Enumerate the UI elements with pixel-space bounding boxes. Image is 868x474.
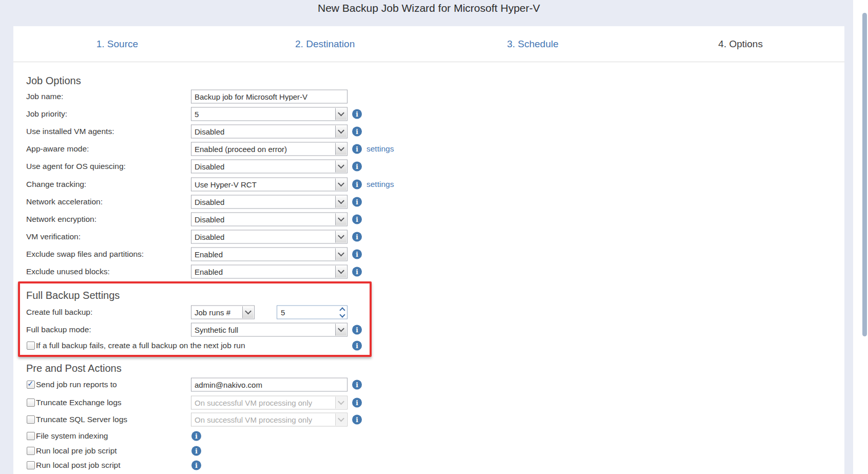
use-installed-vm-agents-select-dropdown-arrow-icon[interactable] bbox=[335, 126, 346, 138]
exclude-unused-blocks-select[interactable]: Enabled bbox=[191, 265, 348, 279]
create-full-backup-select[interactable]: Job runs # bbox=[191, 306, 255, 319]
run-local-pre-job-script-info-icon[interactable]: i bbox=[191, 446, 201, 456]
job-priority-label: Job priority: bbox=[26, 109, 67, 119]
full-backup-mode-info-icon[interactable]: i bbox=[352, 325, 362, 335]
job-priority-select-dropdown-arrow-icon[interactable] bbox=[335, 108, 346, 120]
job-options-heading: Job Options bbox=[26, 75, 81, 87]
full-backup-fail-checkbox[interactable] bbox=[27, 342, 35, 350]
exclude-swap-files-and-partitions-label: Exclude swap files and partitions: bbox=[26, 250, 144, 259]
truncate-exchange-logs-label: Truncate Exchange logs bbox=[36, 398, 122, 407]
chevron-down-icon bbox=[245, 308, 252, 315]
truncate-exchange-logs-select: On successful VM processing only bbox=[191, 396, 348, 410]
create-full-backup-select-dropdown-arrow-icon[interactable] bbox=[242, 307, 254, 318]
run-local-post-job-script-label: Run local post job script bbox=[36, 461, 121, 470]
step-tab-3-schedule[interactable]: 3. Schedule bbox=[429, 26, 637, 62]
app-aware-mode-settings-link[interactable]: settings bbox=[367, 144, 394, 154]
chevron-down-icon bbox=[338, 145, 344, 151]
wizard-panel: 1. Source2. Destination3. Schedule4. Opt… bbox=[13, 26, 844, 474]
chevron-down-icon bbox=[338, 326, 344, 332]
exclude-unused-blocks-select-value: Enabled bbox=[195, 268, 223, 276]
run-local-post-job-script-checkbox[interactable] bbox=[27, 461, 35, 469]
vm-verification-select-dropdown-arrow-icon[interactable] bbox=[335, 231, 346, 243]
app-aware-mode-info-icon[interactable]: i bbox=[352, 144, 362, 154]
send-job-run-reports-to-input[interactable] bbox=[191, 378, 348, 392]
change-tracking-select-dropdown-arrow-icon[interactable] bbox=[335, 179, 346, 191]
change-tracking-settings-link[interactable]: settings bbox=[367, 180, 394, 189]
full-backup-fail-info-icon[interactable]: i bbox=[352, 341, 362, 351]
full-backup-mode-select[interactable]: Synthetic full bbox=[191, 323, 348, 337]
full-backup-mode-select-dropdown-arrow-icon[interactable] bbox=[335, 324, 346, 336]
create-full-backup-count-input[interactable]: 5 bbox=[277, 306, 348, 319]
exclude-swap-files-and-partitions-info-icon[interactable]: i bbox=[352, 250, 362, 259]
step-tab-4-options[interactable]: 4. Options bbox=[636, 26, 844, 62]
app-aware-mode-select[interactable]: Enabled (proceed on error) bbox=[191, 142, 348, 156]
vm-verification-select-value: Disabled bbox=[195, 233, 224, 241]
file-system-indexing-info-icon[interactable]: i bbox=[191, 431, 201, 441]
truncate-exchange-logs-select-dropdown-arrow-icon bbox=[335, 397, 346, 409]
use-installed-vm-agents-select[interactable]: Disabled bbox=[191, 125, 348, 139]
chevron-down-icon bbox=[338, 268, 344, 274]
create-full-backup-select-value: Job runs # bbox=[195, 308, 230, 317]
create-full-backup-count-value: 5 bbox=[281, 308, 285, 317]
full-backup-settings-heading: Full Backup Settings bbox=[26, 290, 120, 301]
chevron-down-icon bbox=[338, 399, 344, 405]
truncate-sql-server-logs-select-value: On successful VM processing only bbox=[195, 415, 312, 424]
exclude-unused-blocks-select-dropdown-arrow-icon[interactable] bbox=[335, 266, 346, 278]
count-spinner[interactable] bbox=[340, 308, 344, 317]
exclude-unused-blocks-info-icon[interactable]: i bbox=[352, 267, 362, 277]
scrollbar-track[interactable] bbox=[853, 0, 868, 474]
file-system-indexing-label: File system indexing bbox=[36, 431, 108, 441]
job-priority-select[interactable]: 5 bbox=[191, 107, 348, 121]
spinner-down-icon[interactable] bbox=[339, 312, 345, 317]
network-encryption-select-dropdown-arrow-icon[interactable] bbox=[335, 214, 346, 225]
change-tracking-info-icon[interactable]: i bbox=[352, 180, 362, 189]
full-backup-mode-select-value: Synthetic full bbox=[195, 326, 238, 334]
send-job-run-reports-to-checkbox[interactable]: ✓ bbox=[27, 381, 35, 389]
exclude-swap-files-and-partitions-select-dropdown-arrow-icon[interactable] bbox=[335, 249, 346, 260]
use-agent-for-os-quiescing-select[interactable]: Disabled bbox=[191, 160, 348, 174]
vm-verification-label: VM verification: bbox=[26, 232, 81, 241]
network-acceleration-select-dropdown-arrow-icon[interactable] bbox=[335, 196, 346, 208]
truncate-exchange-logs-info-icon[interactable]: i bbox=[352, 398, 362, 408]
job-priority-info-icon[interactable]: i bbox=[352, 109, 362, 119]
use-installed-vm-agents-label: Use installed VM agents: bbox=[26, 127, 114, 136]
chevron-down-icon bbox=[338, 180, 344, 187]
network-acceleration-info-icon[interactable]: i bbox=[352, 197, 362, 207]
network-acceleration-select[interactable]: Disabled bbox=[191, 195, 348, 209]
scrollbar-thumb[interactable] bbox=[862, 13, 867, 336]
app-aware-mode-select-dropdown-arrow-icon[interactable] bbox=[335, 143, 346, 155]
chevron-down-icon bbox=[338, 250, 344, 257]
truncate-sql-server-logs-select-dropdown-arrow-icon bbox=[335, 414, 346, 426]
network-encryption-select[interactable]: Disabled bbox=[191, 213, 348, 226]
use-agent-for-os-quiescing-select-dropdown-arrow-icon[interactable] bbox=[335, 161, 346, 173]
network-acceleration-select-value: Disabled bbox=[195, 198, 224, 206]
network-acceleration-label: Network acceleration: bbox=[26, 197, 103, 206]
change-tracking-select[interactable]: Use Hyper-V RCT bbox=[191, 178, 348, 192]
truncate-exchange-logs-select-value: On successful VM processing only bbox=[195, 399, 312, 407]
pre-and-post-actions-heading: Pre and Post Actions bbox=[26, 363, 122, 374]
file-system-indexing-checkbox[interactable] bbox=[27, 432, 35, 440]
exclude-swap-files-and-partitions-select[interactable]: Enabled bbox=[191, 248, 348, 261]
truncate-sql-server-logs-info-icon[interactable]: i bbox=[352, 415, 362, 425]
app-aware-mode-label: App-aware mode: bbox=[26, 144, 89, 154]
send-job-run-reports-to-info-icon[interactable]: i bbox=[352, 380, 362, 390]
truncate-sql-server-logs-label: Truncate SQL Server logs bbox=[36, 415, 127, 424]
network-encryption-info-icon[interactable]: i bbox=[352, 215, 362, 224]
chevron-down-icon bbox=[338, 110, 344, 117]
vm-verification-select[interactable]: Disabled bbox=[191, 230, 348, 244]
wizard-title: New Backup Job Wizard for Microsoft Hype… bbox=[13, 2, 844, 14]
truncate-sql-server-logs-checkbox[interactable] bbox=[27, 415, 35, 424]
step-tab-2-destination[interactable]: 2. Destination bbox=[221, 26, 429, 62]
change-tracking-label: Change tracking: bbox=[26, 180, 86, 189]
use-installed-vm-agents-info-icon[interactable]: i bbox=[352, 127, 362, 137]
use-agent-for-os-quiescing-info-icon[interactable]: i bbox=[352, 162, 362, 172]
vm-verification-info-icon[interactable]: i bbox=[352, 232, 362, 242]
wizard-steps: 1. Source2. Destination3. Schedule4. Opt… bbox=[13, 26, 844, 62]
job-name-input[interactable] bbox=[191, 90, 348, 104]
step-tab-1-source[interactable]: 1. Source bbox=[13, 26, 221, 62]
run-local-pre-job-script-checkbox[interactable] bbox=[27, 447, 35, 455]
chevron-down-icon bbox=[338, 233, 344, 239]
truncate-exchange-logs-checkbox[interactable] bbox=[27, 399, 35, 407]
chevron-down-icon bbox=[338, 162, 344, 169]
run-local-post-job-script-info-icon[interactable]: i bbox=[191, 461, 201, 470]
